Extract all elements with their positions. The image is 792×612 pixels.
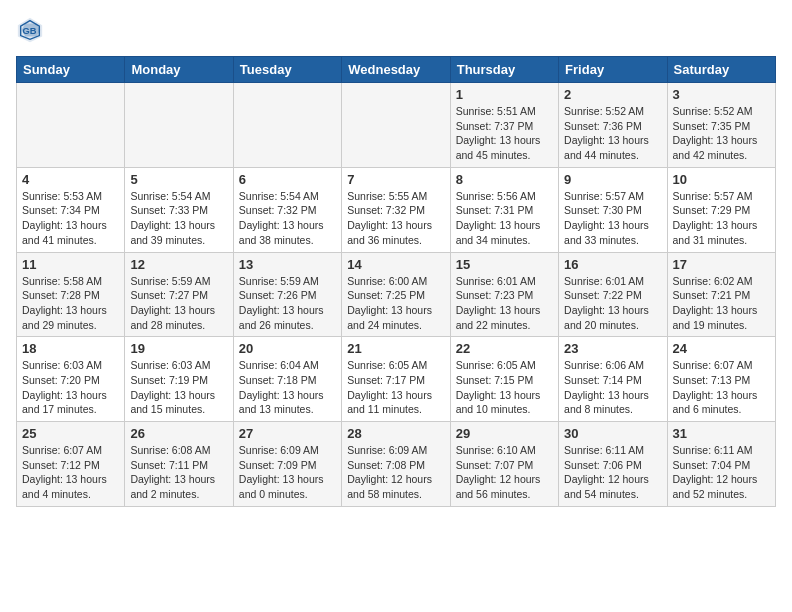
day-number: 9 [564,172,661,187]
calendar-cell: 17Sunrise: 6:02 AMSunset: 7:21 PMDayligh… [667,252,775,337]
day-info: Sunrise: 5:57 AMSunset: 7:29 PMDaylight:… [673,189,770,248]
calendar-cell: 25Sunrise: 6:07 AMSunset: 7:12 PMDayligh… [17,422,125,507]
calendar-cell: 9Sunrise: 5:57 AMSunset: 7:30 PMDaylight… [559,167,667,252]
day-info: Sunrise: 6:07 AMSunset: 7:12 PMDaylight:… [22,443,119,502]
day-number: 28 [347,426,444,441]
day-number: 29 [456,426,553,441]
calendar-cell: 11Sunrise: 5:58 AMSunset: 7:28 PMDayligh… [17,252,125,337]
calendar-week-1: 1Sunrise: 5:51 AMSunset: 7:37 PMDaylight… [17,83,776,168]
calendar-cell [233,83,341,168]
day-info: Sunrise: 6:01 AMSunset: 7:23 PMDaylight:… [456,274,553,333]
day-info: Sunrise: 6:11 AMSunset: 7:06 PMDaylight:… [564,443,661,502]
calendar-cell: 22Sunrise: 6:05 AMSunset: 7:15 PMDayligh… [450,337,558,422]
day-info: Sunrise: 5:51 AMSunset: 7:37 PMDaylight:… [456,104,553,163]
weekday-header-friday: Friday [559,57,667,83]
day-number: 6 [239,172,336,187]
day-number: 10 [673,172,770,187]
calendar-cell: 16Sunrise: 6:01 AMSunset: 7:22 PMDayligh… [559,252,667,337]
day-number: 3 [673,87,770,102]
weekday-header-row: SundayMondayTuesdayWednesdayThursdayFrid… [17,57,776,83]
day-info: Sunrise: 6:07 AMSunset: 7:13 PMDaylight:… [673,358,770,417]
weekday-header-thursday: Thursday [450,57,558,83]
day-number: 22 [456,341,553,356]
calendar-cell: 2Sunrise: 5:52 AMSunset: 7:36 PMDaylight… [559,83,667,168]
day-number: 27 [239,426,336,441]
day-number: 13 [239,257,336,272]
calendar-cell: 3Sunrise: 5:52 AMSunset: 7:35 PMDaylight… [667,83,775,168]
calendar-cell [125,83,233,168]
day-number: 18 [22,341,119,356]
calendar-table: SundayMondayTuesdayWednesdayThursdayFrid… [16,56,776,507]
day-number: 2 [564,87,661,102]
calendar-cell: 7Sunrise: 5:55 AMSunset: 7:32 PMDaylight… [342,167,450,252]
weekday-header-monday: Monday [125,57,233,83]
day-number: 14 [347,257,444,272]
calendar-cell: 13Sunrise: 5:59 AMSunset: 7:26 PMDayligh… [233,252,341,337]
day-info: Sunrise: 6:00 AMSunset: 7:25 PMDaylight:… [347,274,444,333]
calendar-cell: 4Sunrise: 5:53 AMSunset: 7:34 PMDaylight… [17,167,125,252]
day-number: 7 [347,172,444,187]
calendar-week-4: 18Sunrise: 6:03 AMSunset: 7:20 PMDayligh… [17,337,776,422]
calendar-week-5: 25Sunrise: 6:07 AMSunset: 7:12 PMDayligh… [17,422,776,507]
calendar-cell: 8Sunrise: 5:56 AMSunset: 7:31 PMDaylight… [450,167,558,252]
day-info: Sunrise: 6:01 AMSunset: 7:22 PMDaylight:… [564,274,661,333]
calendar-cell: 27Sunrise: 6:09 AMSunset: 7:09 PMDayligh… [233,422,341,507]
day-number: 21 [347,341,444,356]
day-number: 19 [130,341,227,356]
day-info: Sunrise: 6:08 AMSunset: 7:11 PMDaylight:… [130,443,227,502]
calendar-cell: 14Sunrise: 6:00 AMSunset: 7:25 PMDayligh… [342,252,450,337]
calendar-cell: 15Sunrise: 6:01 AMSunset: 7:23 PMDayligh… [450,252,558,337]
day-info: Sunrise: 6:05 AMSunset: 7:17 PMDaylight:… [347,358,444,417]
day-info: Sunrise: 6:09 AMSunset: 7:09 PMDaylight:… [239,443,336,502]
day-number: 12 [130,257,227,272]
day-info: Sunrise: 6:02 AMSunset: 7:21 PMDaylight:… [673,274,770,333]
day-info: Sunrise: 6:03 AMSunset: 7:20 PMDaylight:… [22,358,119,417]
calendar-cell: 20Sunrise: 6:04 AMSunset: 7:18 PMDayligh… [233,337,341,422]
day-info: Sunrise: 5:59 AMSunset: 7:26 PMDaylight:… [239,274,336,333]
day-number: 5 [130,172,227,187]
calendar-cell [17,83,125,168]
logo-icon: GB [16,16,44,44]
day-number: 23 [564,341,661,356]
day-info: Sunrise: 5:59 AMSunset: 7:27 PMDaylight:… [130,274,227,333]
day-info: Sunrise: 6:09 AMSunset: 7:08 PMDaylight:… [347,443,444,502]
calendar-header: SundayMondayTuesdayWednesdayThursdayFrid… [17,57,776,83]
day-info: Sunrise: 6:05 AMSunset: 7:15 PMDaylight:… [456,358,553,417]
day-info: Sunrise: 5:56 AMSunset: 7:31 PMDaylight:… [456,189,553,248]
calendar-cell: 31Sunrise: 6:11 AMSunset: 7:04 PMDayligh… [667,422,775,507]
day-info: Sunrise: 5:52 AMSunset: 7:35 PMDaylight:… [673,104,770,163]
day-info: Sunrise: 5:57 AMSunset: 7:30 PMDaylight:… [564,189,661,248]
calendar-cell: 19Sunrise: 6:03 AMSunset: 7:19 PMDayligh… [125,337,233,422]
calendar-cell: 1Sunrise: 5:51 AMSunset: 7:37 PMDaylight… [450,83,558,168]
calendar-cell: 23Sunrise: 6:06 AMSunset: 7:14 PMDayligh… [559,337,667,422]
day-number: 26 [130,426,227,441]
day-number: 11 [22,257,119,272]
calendar-cell: 18Sunrise: 6:03 AMSunset: 7:20 PMDayligh… [17,337,125,422]
day-number: 17 [673,257,770,272]
day-number: 15 [456,257,553,272]
weekday-header-wednesday: Wednesday [342,57,450,83]
calendar-cell: 24Sunrise: 6:07 AMSunset: 7:13 PMDayligh… [667,337,775,422]
day-info: Sunrise: 5:54 AMSunset: 7:33 PMDaylight:… [130,189,227,248]
day-info: Sunrise: 5:53 AMSunset: 7:34 PMDaylight:… [22,189,119,248]
day-info: Sunrise: 5:55 AMSunset: 7:32 PMDaylight:… [347,189,444,248]
day-info: Sunrise: 5:52 AMSunset: 7:36 PMDaylight:… [564,104,661,163]
calendar-cell: 21Sunrise: 6:05 AMSunset: 7:17 PMDayligh… [342,337,450,422]
day-number: 4 [22,172,119,187]
day-info: Sunrise: 6:10 AMSunset: 7:07 PMDaylight:… [456,443,553,502]
calendar-week-3: 11Sunrise: 5:58 AMSunset: 7:28 PMDayligh… [17,252,776,337]
svg-text:GB: GB [23,26,37,36]
calendar-cell [342,83,450,168]
calendar-cell: 10Sunrise: 5:57 AMSunset: 7:29 PMDayligh… [667,167,775,252]
logo: GB [16,16,48,44]
calendar-cell: 12Sunrise: 5:59 AMSunset: 7:27 PMDayligh… [125,252,233,337]
day-number: 20 [239,341,336,356]
calendar-week-2: 4Sunrise: 5:53 AMSunset: 7:34 PMDaylight… [17,167,776,252]
day-info: Sunrise: 6:11 AMSunset: 7:04 PMDaylight:… [673,443,770,502]
day-info: Sunrise: 5:54 AMSunset: 7:32 PMDaylight:… [239,189,336,248]
day-info: Sunrise: 5:58 AMSunset: 7:28 PMDaylight:… [22,274,119,333]
day-info: Sunrise: 6:04 AMSunset: 7:18 PMDaylight:… [239,358,336,417]
day-number: 16 [564,257,661,272]
day-info: Sunrise: 6:06 AMSunset: 7:14 PMDaylight:… [564,358,661,417]
page-header: GB [16,16,776,44]
